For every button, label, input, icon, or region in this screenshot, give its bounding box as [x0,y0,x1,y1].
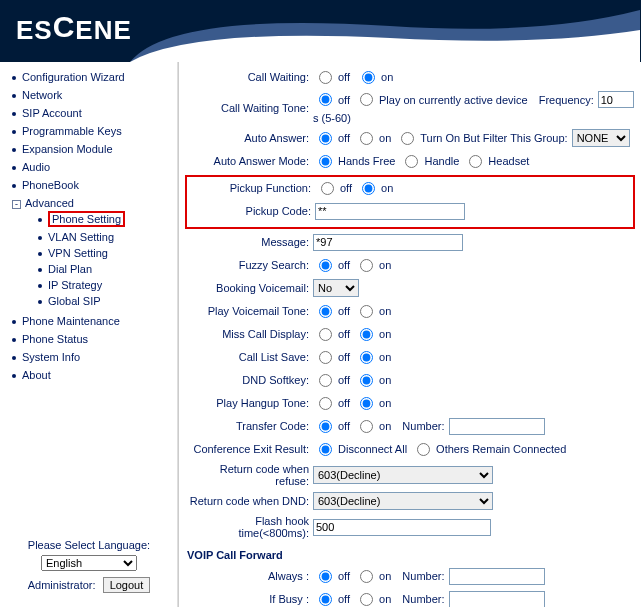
sidebar-item-system-info[interactable]: System Info [22,351,80,363]
remain-label: Others Remain Connected [436,443,566,455]
label-always: Always : [185,570,313,582]
sidebar-item-phone-setting[interactable]: Phone Setting [52,213,121,225]
flash-hook-input[interactable] [313,519,491,536]
collapse-icon[interactable]: - [12,200,21,209]
sidebar-item-sip-account[interactable]: SIP Account [22,107,82,119]
mcd-on[interactable] [360,328,373,341]
pickup-code-input[interactable] [315,203,465,220]
label-pickup-function: Pickup Function: [187,182,315,194]
sidebar-item-network[interactable]: Network [22,89,62,101]
tc-on[interactable] [360,420,373,433]
cwt-play-active[interactable] [360,93,373,106]
pvt-off[interactable] [319,305,332,318]
sidebar-item-phone-maintenance[interactable]: Phone Maintenance [22,315,120,327]
off-label: off [338,374,350,386]
fwd-always-on[interactable] [360,570,373,583]
aam-handsfree[interactable] [319,155,332,168]
sidebar-item-expansion-module[interactable]: Expansion Module [22,143,113,155]
off-label: off [338,570,350,582]
label-dnd-softkey: DND Softkey: [185,374,313,386]
aam-handle[interactable] [405,155,418,168]
label-play-voicemail-tone: Play Voicemail Tone: [185,305,313,317]
dnd-on[interactable] [360,374,373,387]
on-label: on [379,374,391,386]
transfer-code-number[interactable] [449,418,545,435]
auto-answer-on[interactable] [360,132,373,145]
number-label: Number: [402,420,444,432]
cls-on[interactable] [360,351,373,364]
fwd-busy-off[interactable] [319,593,332,606]
call-waiting-off[interactable] [319,71,332,84]
off-label: off [338,351,350,363]
pickup-off[interactable] [321,182,334,195]
fwd-always-off[interactable] [319,570,332,583]
on-label: on [379,397,391,409]
ret-refuse-select[interactable]: 603(Decline) [313,466,493,484]
message-input[interactable] [313,234,463,251]
call-waiting-on[interactable] [362,71,375,84]
off-label: off [338,94,350,106]
sidebar-item-phone-status[interactable]: Phone Status [22,333,88,345]
off-label: off [338,420,350,432]
off-label: off [338,328,350,340]
sidebar-item-phonebook[interactable]: PhoneBook [22,179,79,191]
fuzzy-on[interactable] [360,259,373,272]
sidebar-item-vpn-setting[interactable]: VPN Setting [48,247,108,259]
sidebar-item-ip-strategy[interactable]: IP Strategy [48,279,102,291]
auto-answer-filter[interactable] [401,132,414,145]
language-label: Please Select Language: [14,539,164,551]
pht-off[interactable] [319,397,332,410]
cwt-off[interactable] [319,93,332,106]
freq-suffix: s (5-60) [313,112,351,124]
sidebar-item-global-sip[interactable]: Global SIP [48,295,101,307]
pickup-on[interactable] [362,182,375,195]
mcd-off[interactable] [319,328,332,341]
auto-answer-off[interactable] [319,132,332,145]
fwd-always-number[interactable] [449,568,545,585]
fwd-busy-on[interactable] [360,593,373,606]
cls-off[interactable] [319,351,332,364]
headset-label: Headset [488,155,529,167]
frequency-input[interactable] [598,91,634,108]
sidebar-item-config-wizard[interactable]: Configuration Wizard [22,71,125,83]
admin-label: Administrator: [28,579,96,591]
number-label: Number: [402,593,444,605]
sidebar-item-programmable-keys[interactable]: Programmable Keys [22,125,122,137]
sidebar-item-dial-plan[interactable]: Dial Plan [48,263,92,275]
on-label: on [379,305,391,317]
sidebar-item-advanced[interactable]: Advanced [25,197,74,209]
off-label: off [338,132,350,144]
label-if-busy: If Busy : [185,593,313,605]
pht-on[interactable] [360,397,373,410]
off-label: off [338,259,350,271]
aam-headset[interactable] [469,155,482,168]
sidebar-item-vlan-setting[interactable]: VLAN Setting [48,231,114,243]
sidebar-item-about[interactable]: About [22,369,51,381]
label-miss-call-display: Miss Call Display: [185,328,313,340]
booking-voicemail-select[interactable]: No [313,279,359,297]
language-select[interactable]: English [41,555,137,571]
ret-dnd-select[interactable]: 603(Decline) [313,492,493,510]
pvt-on[interactable] [360,305,373,318]
fuzzy-off[interactable] [319,259,332,272]
number-label: Number: [402,570,444,582]
label-pickup-code: Pickup Code: [187,205,315,217]
fwd-busy-number[interactable] [449,591,545,608]
label-flash-hook: Flash hook time(<800ms): [185,515,313,539]
main-panel: Call Waiting: off on Call Waiting Tone: … [178,62,641,607]
label-message: Message: [185,236,313,248]
logout-button[interactable]: Logout [103,577,151,593]
pickup-highlight-box: Pickup Function: off on Pickup Code: [185,175,635,229]
dnd-off[interactable] [319,374,332,387]
auto-answer-group-select[interactable]: NONE [572,129,630,147]
on-label: on [379,132,391,144]
sidebar-item-audio[interactable]: Audio [22,161,50,173]
on-label: on [379,328,391,340]
off-label: off [338,71,350,83]
label-play-hangup-tone: Play Hangup Tone: [185,397,313,409]
conf-exit-disconnect[interactable] [319,443,332,456]
on-label: on [379,259,391,271]
label-conf-exit: Conference Exit Result: [185,443,313,455]
conf-exit-remain[interactable] [417,443,430,456]
tc-off[interactable] [319,420,332,433]
